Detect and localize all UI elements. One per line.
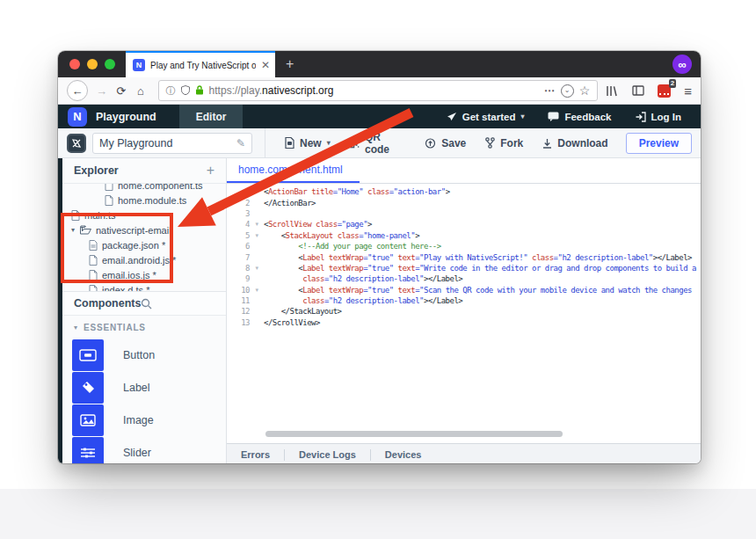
code-line-13[interactable]: 13</ScrollView> <box>227 317 701 328</box>
component-item-label[interactable]: Label <box>62 371 226 404</box>
horizontal-scrollbar[interactable] <box>265 431 563 437</box>
file-icon <box>89 285 98 292</box>
code-line-3[interactable]: 3 <box>227 208 701 219</box>
code-line-4[interactable]: 4▾<ScrollView class="page"> <box>227 219 701 229</box>
code-text: <!--Add your page content here--> <box>264 242 701 251</box>
sidebar-toggle-icon[interactable] <box>632 85 644 96</box>
new-tab-button[interactable]: + <box>275 51 304 77</box>
editor-tab-home-component-html[interactable]: home.component.html <box>227 164 360 183</box>
close-window-button[interactable] <box>69 59 80 69</box>
project-name-input[interactable]: My Playground ✎ <box>92 133 252 154</box>
fold-caret-icon[interactable]: ▾ <box>250 287 264 294</box>
minimize-window-button[interactable] <box>87 59 98 69</box>
playground-toolbar: My Playground ✎ New▾ QR code Save Fork <box>58 128 701 158</box>
chevron-down-icon: ▾ <box>520 113 524 120</box>
status-tab-errors[interactable]: Errors <box>227 444 284 463</box>
log-in-icon <box>636 112 646 122</box>
edit-pencil-icon[interactable]: ✎ <box>236 137 245 149</box>
components-header: Components <box>62 291 226 316</box>
component-item-button[interactable]: Button <box>62 339 226 371</box>
explorer-title: Explorer <box>74 164 119 177</box>
window-controls <box>58 51 126 77</box>
tree-item-index.d.ts[interactable]: index.d.ts * <box>62 282 226 291</box>
code-line-2[interactable]: 2</ActionBar> <box>227 197 701 208</box>
image-icon <box>72 404 104 436</box>
code-line-12[interactable]: 12 </StackLayout> <box>227 306 701 317</box>
back-button[interactable]: ← <box>67 80 88 101</box>
code-line-1[interactable]: 1<ActionBar title="Home" class="action-b… <box>227 186 701 197</box>
playground-project-icon[interactable] <box>67 134 86 153</box>
browser-titlebar: N Play and Try NativeScript on Yo ✕ + ∞ <box>58 51 701 77</box>
url-scheme: https://play. <box>209 84 262 97</box>
log-in-button[interactable]: Log In <box>636 112 682 122</box>
chevron-down-icon: ▾ <box>74 324 77 331</box>
preview-button[interactable]: Preview <box>626 133 692 154</box>
code-text: </ActionBar> <box>264 199 701 208</box>
home-button[interactable]: ⌂ <box>134 84 146 98</box>
search-icon[interactable] <box>141 298 152 310</box>
code-text: <ActionBar title="Home" class="action-ba… <box>264 187 701 196</box>
zoom-window-button[interactable] <box>105 59 115 69</box>
navbar-actions: Get started▾ Feedback Log In <box>447 105 701 128</box>
page-info-icon[interactable]: ⓘ <box>166 84 176 98</box>
sidebar-dark-edge <box>58 158 62 463</box>
browser-tab[interactable]: N Play and Try NativeScript on Yo ✕ <box>126 51 275 77</box>
essentials-section-header[interactable]: ▾ ESSENTIALS <box>62 316 226 339</box>
line-number: 11 <box>227 296 250 305</box>
menu-icon[interactable]: ≡ <box>684 84 692 98</box>
code-line-6[interactable]: 6 <!--Add your page content here--> <box>227 241 701 251</box>
browser-toolbar: ← → ⟳ ⌂ ⓘ https://play.nativescript.org … <box>58 77 701 105</box>
bookmark-star-icon[interactable]: ☆ <box>579 84 591 98</box>
pocket-icon[interactable]: ⌄ <box>561 84 574 98</box>
background-band <box>0 489 756 539</box>
line-number: 10 <box>227 286 250 295</box>
tab-editor[interactable]: Editor <box>179 105 244 128</box>
line-number: 4 <box>227 220 250 229</box>
status-tab-devices[interactable]: Devices <box>371 444 436 463</box>
fork-icon <box>485 137 495 149</box>
page-actions-icon[interactable]: ⋯ <box>544 84 556 97</box>
download-button[interactable]: Download <box>542 137 607 149</box>
tree-item-home.component.ts[interactable]: home.component.ts <box>62 184 226 193</box>
component-item-slider[interactable]: Slider <box>62 436 226 463</box>
slider-icon <box>72 437 104 464</box>
code-line-7[interactable]: 7 <Label textWrap="true" text="Play with… <box>227 251 701 262</box>
code-line-8[interactable]: 8▾ <Label textWrap="true" text="Write co… <box>227 263 701 273</box>
nativescript-logo[interactable]: N <box>68 107 87 127</box>
code-text: </ScrollView> <box>264 318 701 327</box>
fold-caret-icon[interactable]: ▾ <box>250 265 264 272</box>
fold-caret-icon[interactable]: ▾ <box>250 232 264 239</box>
code-line-10[interactable]: 10▾ <Label textWrap="true" text="Scan th… <box>227 285 701 295</box>
browser-toolbar-right: 2 ≡ <box>606 84 692 98</box>
component-label: Image <box>123 414 154 426</box>
forward-button[interactable]: → <box>96 84 107 98</box>
code-line-11[interactable]: 11 class="h2 description-label"></Label> <box>227 295 701 306</box>
extension-icon[interactable]: 2 <box>658 84 671 98</box>
chevron-down-icon: ▾ <box>327 139 331 147</box>
fork-button[interactable]: Fork <box>485 137 523 149</box>
save-button[interactable]: Save <box>425 137 466 149</box>
line-number: 7 <box>227 253 250 262</box>
code-editor[interactable]: 1<ActionBar title="Home" class="action-b… <box>227 184 701 443</box>
component-item-image[interactable]: Image <box>62 404 226 436</box>
get-started-menu[interactable]: Get started▾ <box>447 112 525 122</box>
code-line-5[interactable]: 5▾ <StackLayout class="home-panel"> <box>227 230 701 241</box>
status-tab-device-logs[interactable]: Device Logs <box>285 444 370 463</box>
https-lock-icon[interactable] <box>195 85 204 97</box>
url-bar[interactable]: ⓘ https://play.nativescript.org ⋯ ⌄ ☆ <box>158 80 599 101</box>
reload-button[interactable]: ⟳ <box>115 84 127 98</box>
extension-badge: 2 <box>669 79 676 88</box>
essentials-label: ESSENTIALS <box>84 323 146 332</box>
tree-item-home.module.ts[interactable]: home.module.ts <box>62 193 226 208</box>
code-line-9[interactable]: 9 class="h2 description-label"></Label> <box>227 273 701 284</box>
qr-code-button[interactable]: QR code <box>350 131 406 156</box>
component-label: Label <box>123 382 150 394</box>
add-file-icon[interactable]: + <box>207 163 214 178</box>
fold-caret-icon[interactable]: ▾ <box>250 221 264 228</box>
feedback-button[interactable]: Feedback <box>548 112 611 122</box>
components-list: ButtonLabelImageSlider <box>62 339 226 463</box>
tracking-shield-icon[interactable] <box>181 85 190 97</box>
tab-close-icon[interactable]: ✕ <box>261 59 270 71</box>
new-button[interactable]: New▾ <box>285 137 331 149</box>
library-icon[interactable] <box>606 85 619 97</box>
